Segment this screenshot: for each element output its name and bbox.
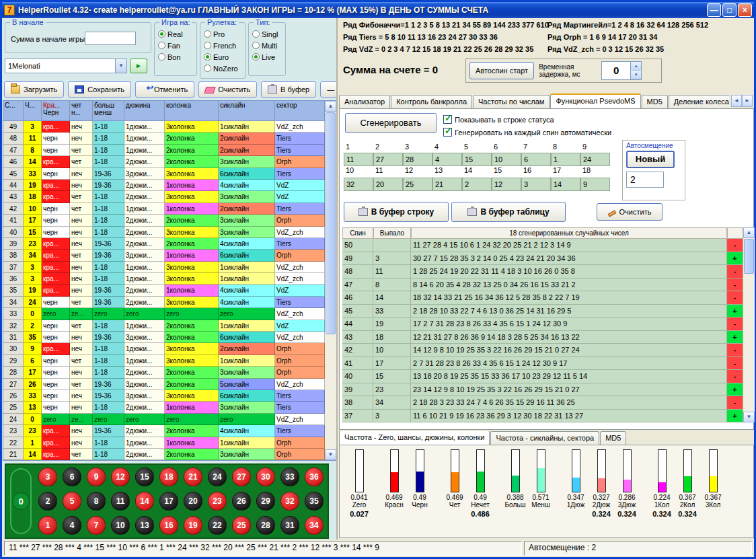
chevron-down-icon[interactable]: ▼ — [115, 59, 126, 73]
toolbar-button-clipboard[interactable]: В буфер — [261, 81, 316, 98]
board-number-27[interactable]: 27 — [229, 465, 254, 489]
board-number-11[interactable]: 11 — [108, 489, 133, 513]
new-button[interactable]: Новый — [626, 151, 675, 168]
copy-row-button[interactable]: В буфер строку — [344, 202, 449, 222]
toolbar-button-undo-arrow[interactable]: Отменить — [135, 81, 194, 98]
scrollbar-thumb[interactable] — [744, 239, 754, 274]
board-number-17[interactable]: 17 — [157, 489, 181, 513]
board-number-36[interactable]: 36 — [302, 465, 326, 489]
results-scrollbar[interactable]: ▲ ▼ — [743, 227, 755, 422]
scroll-up-icon[interactable]: ▲ — [325, 101, 336, 112]
freq-tab-2[interactable]: Частота - сиклайны, сектора — [490, 431, 599, 445]
spinner-up-icon[interactable]: ▲ — [631, 62, 641, 71]
profile-select[interactable]: 1Melonati ▼ — [5, 59, 127, 73]
tab-4[interactable]: Функционал PsevdoMS — [550, 94, 640, 108]
grid-col-header: 9 — [580, 143, 610, 153]
tab-scroll-right-icon[interactable]: ► — [742, 95, 753, 107]
board-number-32[interactable]: 32 — [278, 489, 302, 513]
chart-bar-1кол: 0.2241Кол0.324 — [649, 449, 675, 518]
toolbar-button-save-disk[interactable]: Сохранить — [68, 81, 131, 98]
series-orph: Ряд Orph = 1 6 9 14 17 20 31 34 — [547, 33, 657, 41]
board-number-23[interactable]: 23 — [205, 489, 229, 513]
scroll-down-icon[interactable]: ▼ — [325, 449, 336, 460]
tab-5[interactable]: MD5 — [642, 95, 668, 108]
clear-generator-button[interactable]: Очистить — [597, 203, 663, 221]
delay-spinner[interactable]: 0 ▲ ▼ — [601, 61, 642, 80]
radio-french[interactable]: French — [204, 40, 243, 51]
history-cell: 19-36 — [93, 250, 124, 261]
board-number-19[interactable]: 19 — [181, 513, 205, 537]
generate-button[interactable]: Сгенерировать — [345, 113, 437, 133]
board-zero[interactable]: 0 — [8, 467, 34, 535]
scroll-down-icon[interactable]: ▼ — [743, 412, 755, 422]
board-number-13[interactable]: 13 — [133, 513, 157, 537]
checkbox-generate-each-spin[interactable]: ✓ Генерировать на каждый спин автоматиче… — [443, 128, 611, 137]
board-number-31[interactable]: 31 — [278, 513, 302, 537]
number-chip: 0 — [12, 492, 30, 510]
board-number-14[interactable]: 14 — [133, 489, 157, 513]
board-number-22[interactable]: 22 — [205, 513, 229, 537]
board-number-20[interactable]: 20 — [181, 489, 205, 513]
scrollbar-thumb[interactable] — [326, 112, 336, 334]
board-number-5[interactable]: 5 — [60, 489, 84, 513]
radio-multi[interactable]: Multi — [252, 40, 284, 51]
board-number-29[interactable]: 29 — [254, 489, 278, 513]
board-number-25[interactable]: 25 — [229, 513, 254, 537]
board-number-2[interactable]: 2 — [36, 489, 60, 513]
board-number-10[interactable]: 10 — [108, 513, 133, 537]
board-number-15[interactable]: 15 — [133, 465, 157, 489]
autoshift-input[interactable] — [626, 172, 664, 188]
board-number-7[interactable]: 7 — [84, 513, 108, 537]
board-number-1[interactable]: 1 — [36, 513, 60, 537]
toolbar-button-folder-open[interactable]: Загрузить — [4, 81, 64, 98]
radio-pro[interactable]: Pro — [204, 28, 243, 40]
board-number-24[interactable]: 24 — [205, 465, 229, 489]
radio-live[interactable]: Live — [252, 51, 284, 63]
radio-real[interactable]: Real — [158, 28, 195, 40]
spinner-down-icon[interactable]: ▼ — [631, 71, 641, 79]
board-number-16[interactable]: 16 — [157, 513, 181, 537]
board-number-21[interactable]: 21 — [181, 465, 205, 489]
radio-bon[interactable]: Bon — [158, 51, 195, 63]
radio-euro[interactable]: Euro — [204, 51, 243, 63]
board-number-6[interactable]: 6 — [60, 465, 84, 489]
scroll-up-icon[interactable]: ▲ — [743, 227, 755, 238]
board-number-26[interactable]: 26 — [229, 489, 254, 513]
run-button[interactable]: ► — [130, 59, 147, 73]
board-number-4[interactable]: 4 — [60, 513, 84, 537]
board-number-3[interactable]: 3 — [36, 465, 60, 489]
radio-fan[interactable]: Fan — [158, 40, 195, 51]
board-number-8[interactable]: 8 — [84, 489, 108, 513]
history-cell: 3 — [24, 273, 42, 285]
board-number-9[interactable]: 9 — [84, 465, 108, 489]
tab-3[interactable]: Частоты по числам — [473, 95, 550, 108]
board-number-33[interactable]: 33 — [278, 465, 302, 489]
board-number-28[interactable]: 28 — [254, 513, 278, 537]
freq-tab-3[interactable]: MD5 — [600, 431, 626, 445]
history-scrollbar[interactable]: ▲ ▼ — [325, 101, 336, 460]
history-cell: Orph — [275, 449, 325, 460]
board-number-18[interactable]: 18 — [157, 465, 181, 489]
close-button[interactable]: × — [738, 3, 752, 17]
history-cell: 1дюжи... — [124, 320, 165, 332]
maximize-button[interactable]: □ — [722, 3, 736, 17]
freq-tab-1[interactable]: Частота - Zero, шансы, дюжины, колонки — [339, 431, 490, 445]
minimize-button[interactable]: — — [707, 3, 721, 17]
tab-scroll-left-icon[interactable]: ◄ — [731, 95, 742, 107]
toolbar-button-eraser[interactable]: Очистить — [198, 81, 257, 98]
radio-singl[interactable]: Singl — [252, 28, 284, 40]
account-balance: Сумма на счете = 0 — [343, 64, 438, 75]
copy-table-button[interactable]: В буфер таблицу — [451, 202, 566, 222]
tab-6[interactable]: Деление колеса на — [669, 95, 729, 108]
board-number-12[interactable]: 12 — [108, 465, 133, 489]
autospin-start-button[interactable]: Автоспин старт — [469, 62, 534, 79]
board-number-34[interactable]: 34 — [302, 513, 326, 537]
bar-sub-value: 0.324 — [678, 510, 697, 518]
radio-nozero[interactable]: NoZero — [204, 63, 243, 74]
board-number-30[interactable]: 30 — [254, 465, 278, 489]
checkbox-show-in-status[interactable]: ✓ Показывать в строке статуса — [443, 115, 554, 124]
tab-1[interactable]: Анализатор — [339, 95, 390, 108]
start-sum-input[interactable] — [85, 32, 136, 45]
board-number-35[interactable]: 35 — [302, 489, 326, 513]
tab-2[interactable]: Контроль банкролла — [391, 95, 472, 108]
